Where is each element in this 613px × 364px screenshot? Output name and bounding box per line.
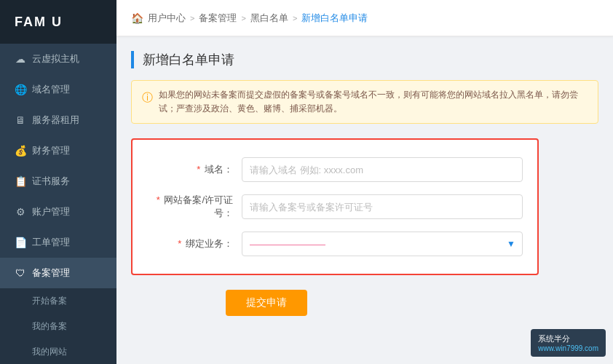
- cloud-icon: ☁: [15, 53, 26, 65]
- sidebar-item-my-site[interactable]: 我的网站: [0, 339, 116, 364]
- topbar: 🏠 用户中心 > 备案管理 > 黑白名单 > 新增白名单申请: [116, 0, 613, 36]
- breadcrumb-item2[interactable]: 黑白名单: [250, 12, 288, 25]
- breadcrumb-home[interactable]: 用户中心: [148, 12, 186, 25]
- sidebar-item-label: 证书服务: [32, 175, 70, 188]
- beian-label: * 网站备案/许可证号：: [147, 194, 242, 220]
- sidebar-item-my-beian[interactable]: 我的备案: [0, 314, 116, 339]
- breadcrumb-sep1: >: [190, 14, 194, 23]
- sidebar-item-beian[interactable]: 🛡 备案管理: [0, 258, 116, 288]
- bind-select-wrapper: ———————— ▼: [242, 232, 523, 256]
- bind-select[interactable]: ————————: [242, 232, 523, 256]
- domain-label: * 域名：: [147, 163, 242, 176]
- sidebar-item-finance[interactable]: 💰 财务管理: [0, 135, 116, 166]
- sidebar-item-ticket[interactable]: 📄 工单管理: [0, 227, 116, 258]
- sidebar-item-label: 云虚拟主机: [32, 52, 79, 66]
- breadcrumb-current: 新增白名单申请: [301, 12, 368, 25]
- main-area: 🏠 用户中心 > 备案管理 > 黑白名单 > 新增白名单申请 新增白名单申请 ⓘ…: [116, 0, 613, 364]
- breadcrumb-sep2: >: [241, 14, 245, 23]
- warning-text: 如果您的网站未备案而提交虚假的备案号或备案号域名不一致，则有可能将您的网站域名拉…: [159, 88, 588, 116]
- required-mark2: *: [157, 194, 160, 205]
- beian-input[interactable]: [242, 194, 523, 219]
- bind-label-text: 绑定业务：: [186, 238, 233, 249]
- form-row-domain: * 域名：: [147, 157, 523, 182]
- submit-button[interactable]: 提交申请: [226, 290, 307, 316]
- sidebar: FAM U ☁ 云虚拟主机 🌐 域名管理 🖥 服务器租用 💰 财务管理 📋 证书…: [0, 0, 116, 364]
- form-row-bind: * 绑定业务： ———————— ▼: [147, 232, 523, 256]
- domain-label-text: 域名：: [205, 164, 233, 175]
- sidebar-submenu: 开始备案 我的备案 我的网站 黑白名单 购买幕布: [0, 288, 116, 364]
- sidebar-item-label: 服务器租用: [32, 114, 79, 127]
- breadcrumb: 🏠 用户中心 > 备案管理 > 黑白名单 > 新增白名单申请: [131, 12, 368, 25]
- bind-label: * 绑定业务：: [147, 237, 242, 250]
- required-mark: *: [197, 164, 200, 175]
- form-box: * 域名： * 网站备案/许可证号： * 绑定业务：: [131, 138, 539, 275]
- sidebar-item-label: 财务管理: [32, 144, 70, 157]
- account-icon: ⚙: [15, 206, 26, 218]
- domain-input[interactable]: [242, 157, 523, 182]
- home-icon: 🏠: [131, 12, 143, 24]
- watermark-label: 系统半分: [538, 333, 598, 344]
- warning-icon: ⓘ: [142, 89, 153, 106]
- page-title: 新增白名单申请: [131, 51, 598, 68]
- sidebar-item-label: 账户管理: [32, 205, 70, 218]
- watermark-site: www.win7999.com: [538, 344, 598, 352]
- sidebar-logo: FAM U: [0, 0, 116, 44]
- sidebar-item-domain[interactable]: 🌐 域名管理: [0, 74, 116, 105]
- breadcrumb-sep3: >: [293, 14, 297, 23]
- ticket-icon: 📄: [15, 237, 26, 248]
- required-mark3: *: [178, 238, 181, 249]
- server-icon: 🖥: [15, 114, 26, 126]
- sidebar-item-cert[interactable]: 📋 证书服务: [0, 166, 116, 197]
- domain-icon: 🌐: [15, 84, 26, 95]
- sidebar-menu: ☁ 云虚拟主机 🌐 域名管理 🖥 服务器租用 💰 财务管理 📋 证书服务 ⚙ 账…: [0, 44, 116, 364]
- sidebar-item-server[interactable]: 🖥 服务器租用: [0, 105, 116, 135]
- shield-icon: 🛡: [15, 267, 26, 279]
- warning-box: ⓘ 如果您的网站未备案而提交虚假的备案号或备案号域名不一致，则有可能将您的网站域…: [131, 80, 598, 124]
- finance-icon: 💰: [15, 145, 26, 157]
- breadcrumb-item1[interactable]: 备案管理: [199, 12, 237, 25]
- beian-label-text: 网站备案/许可证号：: [164, 194, 233, 218]
- sidebar-item-label: 工单管理: [32, 236, 70, 249]
- form-row-beian: * 网站备案/许可证号：: [147, 194, 523, 220]
- sidebar-item-cloud-host[interactable]: ☁ 云虚拟主机: [0, 44, 116, 74]
- watermark: 系统半分 www.win7999.com: [531, 329, 606, 357]
- cert-icon: 📋: [15, 175, 26, 187]
- sidebar-item-label: 域名管理: [32, 83, 70, 96]
- sidebar-item-account[interactable]: ⚙ 账户管理: [0, 197, 116, 227]
- sidebar-item-label: 备案管理: [32, 266, 70, 280]
- content-area: 新增白名单申请 ⓘ 如果您的网站未备案而提交虚假的备案号或备案号域名不一致，则有…: [116, 36, 613, 364]
- sidebar-item-start-beian[interactable]: 开始备案: [0, 288, 116, 314]
